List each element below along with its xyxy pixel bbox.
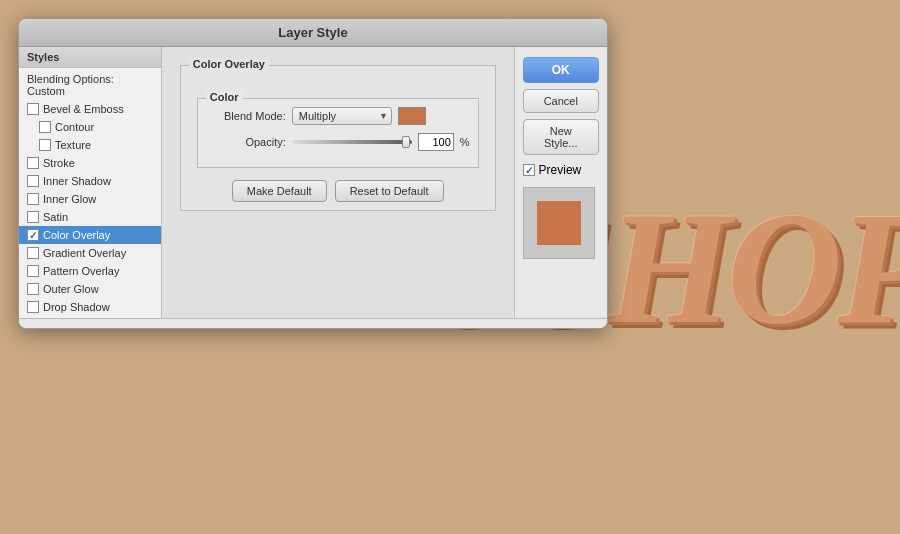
preview-box — [523, 187, 595, 259]
stroke-item[interactable]: Stroke — [19, 154, 161, 172]
contour-item[interactable]: Contour — [19, 118, 161, 136]
satin-checkbox[interactable] — [27, 211, 39, 223]
gradient-overlay-item[interactable]: Gradient Overlay — [19, 244, 161, 262]
opacity-percent: % — [460, 136, 470, 148]
inner-shadow-item[interactable]: Inner Shadow — [19, 172, 161, 190]
blend-mode-row: Blend Mode: Multiply Normal Screen Overl… — [206, 107, 470, 125]
color-swatch[interactable] — [398, 107, 426, 125]
bevel-emboss-label: Bevel & Emboss — [43, 103, 124, 115]
contour-checkbox[interactable] — [39, 121, 51, 133]
texture-item[interactable]: Texture — [19, 136, 161, 154]
blend-mode-label: Blend Mode: — [206, 110, 286, 122]
inner-shadow-label: Inner Shadow — [43, 175, 111, 187]
outer-glow-checkbox[interactable] — [27, 283, 39, 295]
inner-glow-checkbox[interactable] — [27, 193, 39, 205]
preview-row: ✓ Preview — [523, 163, 599, 177]
actions-panel: OK Cancel New Style... ✓ Preview — [514, 47, 607, 318]
styles-header: Styles — [19, 47, 161, 68]
color-subsection-label: Color — [206, 91, 243, 103]
contour-label: Contour — [55, 121, 94, 133]
section-title: Color Overlay — [189, 58, 269, 70]
bevel-emboss-item[interactable]: Bevel & Emboss — [19, 100, 161, 118]
stroke-label: Stroke — [43, 157, 75, 169]
gradient-overlay-label: Gradient Overlay — [43, 247, 126, 259]
reset-to-default-button[interactable]: Reset to Default — [335, 180, 444, 202]
blend-mode-select-wrapper: Multiply Normal Screen Overlay ▼ — [292, 107, 392, 125]
satin-label: Satin — [43, 211, 68, 223]
dialog-footer — [19, 318, 607, 328]
outer-glow-label: Outer Glow — [43, 283, 99, 295]
inner-shadow-checkbox[interactable] — [27, 175, 39, 187]
preview-color — [537, 201, 581, 245]
layer-style-dialog: Layer Style Styles Blending Options: Cus… — [18, 18, 608, 329]
drop-shadow-checkbox[interactable] — [27, 301, 39, 313]
bevel-emboss-checkbox[interactable] — [27, 103, 39, 115]
pattern-overlay-checkbox[interactable] — [27, 265, 39, 277]
opacity-thumb[interactable] — [402, 136, 410, 148]
styles-panel: Styles Blending Options: Custom Bevel & … — [19, 47, 162, 318]
blending-label: Blending Options: Custom — [27, 73, 153, 97]
dialog-body: Styles Blending Options: Custom Bevel & … — [19, 47, 607, 318]
color-overlay-label: Color Overlay — [43, 229, 110, 241]
pattern-overlay-label: Pattern Overlay — [43, 265, 119, 277]
texture-checkbox[interactable] — [39, 139, 51, 151]
styles-list: Blending Options: Custom Bevel & Emboss … — [19, 68, 161, 318]
color-overlay-item[interactable]: ✓ Color Overlay — [19, 226, 161, 244]
drop-shadow-item[interactable]: Drop Shadow — [19, 298, 161, 316]
new-style-button[interactable]: New Style... — [523, 119, 599, 155]
opacity-input[interactable] — [418, 133, 454, 151]
inner-glow-item[interactable]: Inner Glow — [19, 190, 161, 208]
satin-item[interactable]: Satin — [19, 208, 161, 226]
button-row: Make Default Reset to Default — [189, 180, 487, 202]
color-overlay-checkbox[interactable]: ✓ — [27, 229, 39, 241]
outer-glow-item[interactable]: Outer Glow — [19, 280, 161, 298]
stroke-checkbox[interactable] — [27, 157, 39, 169]
drop-shadow-label: Drop Shadow — [43, 301, 110, 313]
dialog-titlebar: Layer Style — [19, 19, 607, 47]
pattern-overlay-item[interactable]: Pattern Overlay — [19, 262, 161, 280]
inner-glow-label: Inner Glow — [43, 193, 96, 205]
cancel-button[interactable]: Cancel — [523, 89, 599, 113]
preview-label: Preview — [539, 163, 582, 177]
color-subsection: Color Blend Mode: Multiply Normal Screen… — [197, 98, 479, 168]
gradient-overlay-checkbox[interactable] — [27, 247, 39, 259]
opacity-slider[interactable] — [292, 140, 412, 144]
ok-button[interactable]: OK — [523, 57, 599, 83]
preview-checkbox[interactable]: ✓ — [523, 164, 535, 176]
texture-label: Texture — [55, 139, 91, 151]
make-default-button[interactable]: Make Default — [232, 180, 327, 202]
options-panel: Color Overlay Color Blend Mode: Multiply… — [162, 47, 514, 318]
opacity-row: Opacity: % — [206, 133, 470, 151]
blending-options-item[interactable]: Blending Options: Custom — [19, 70, 161, 100]
opacity-label: Opacity: — [206, 136, 286, 148]
blend-mode-select[interactable]: Multiply Normal Screen Overlay — [292, 107, 392, 125]
color-overlay-section: Color Overlay Color Blend Mode: Multiply… — [180, 65, 496, 211]
dialog-title: Layer Style — [278, 25, 347, 40]
